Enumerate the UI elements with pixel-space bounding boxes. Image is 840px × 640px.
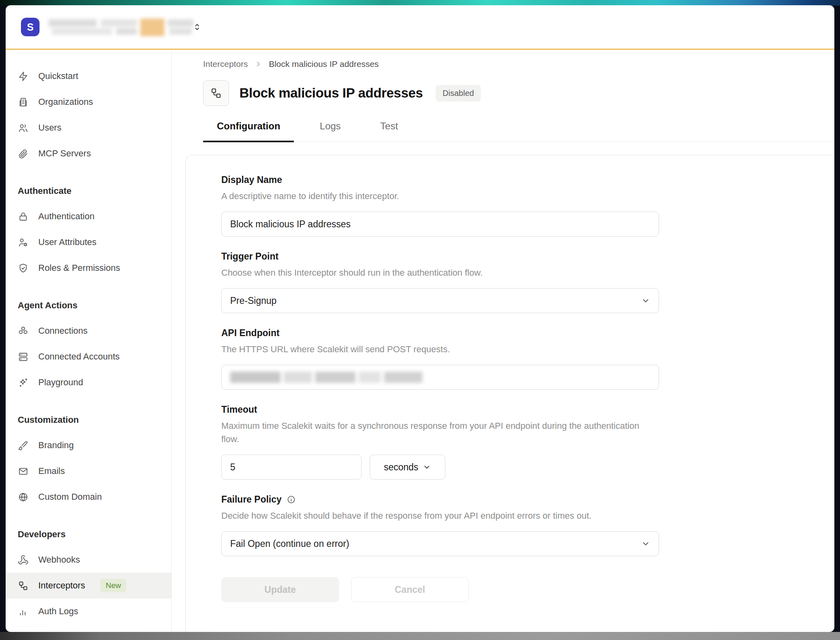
api-endpoint-label: API Endpoint xyxy=(221,328,822,339)
sidebar-item-webhooks[interactable]: Webhooks xyxy=(6,547,171,573)
stack-icon xyxy=(18,351,29,362)
chevron-down-icon xyxy=(422,463,431,472)
trigger-point-description: Choose when this Interceptor should run … xyxy=(221,266,659,279)
sidebar-item-label: Interceptors xyxy=(38,580,85,591)
sidebar-item-label: Emails xyxy=(38,466,65,476)
configuration-card: Display Name A descriptive name to ident… xyxy=(185,155,834,632)
sidebar-item-authentication[interactable]: Authentication xyxy=(6,204,171,229)
sidebar-item-label: User Attributes xyxy=(38,237,96,247)
chevron-right-icon xyxy=(254,60,262,68)
trigger-point-label: Trigger Point xyxy=(221,251,822,262)
sidebar-item-label: MCP Servers xyxy=(38,148,91,159)
display-name-label: Display Name xyxy=(221,175,822,185)
lock-icon xyxy=(18,211,29,222)
display-name-input[interactable] xyxy=(221,212,659,237)
status-badge: Disabled xyxy=(436,85,481,102)
sidebar-item-quickstart[interactable]: Quickstart xyxy=(6,63,171,89)
window-bottom-bar xyxy=(0,632,840,640)
tab-logs[interactable]: Logs xyxy=(306,121,354,141)
app-screen: S Quickstart Organizations Users xyxy=(0,0,840,640)
sidebar-item-branding[interactable]: Branding xyxy=(6,432,171,458)
sidebar-item-mcp-servers[interactable]: MCP Servers xyxy=(6,141,171,166)
sidebar-item-label: Webhooks xyxy=(38,555,80,565)
sidebar-item-emails[interactable]: Emails xyxy=(6,458,171,484)
failure-policy-select[interactable]: Fail Open (continue on error) xyxy=(221,531,659,556)
sidebar-item-organizations[interactable]: Organizations xyxy=(6,89,171,115)
timeout-unit-value: seconds xyxy=(384,462,418,473)
sidebar-item-interceptors[interactable]: Interceptors New xyxy=(6,573,171,598)
mail-icon xyxy=(18,466,29,477)
organization-icon xyxy=(18,97,29,108)
sidebar-item-label: Custom Domain xyxy=(38,492,102,502)
sidebar-item-label: Users xyxy=(38,123,61,133)
trigger-point-select[interactable]: Pre-Signup xyxy=(221,288,659,313)
sidebar-item-label: Connections xyxy=(38,326,87,336)
breadcrumb-current: Block malicious IP addresses xyxy=(269,59,379,69)
paperclip-icon xyxy=(18,148,29,159)
users-icon xyxy=(18,123,29,133)
sidebar-item-connected-accounts[interactable]: Connected Accounts xyxy=(6,344,171,370)
form-actions: Update Cancel xyxy=(221,577,822,602)
sidebar-item-user-attributes[interactable]: User Attributes xyxy=(6,229,171,255)
sidebar-section-agent-actions: Agent Actions xyxy=(6,293,171,318)
sidebar-item-roles-permissions[interactable]: Roles & Permissions xyxy=(6,255,171,281)
shield-check-icon xyxy=(18,263,29,274)
interceptor-icon xyxy=(210,87,222,99)
tab-configuration[interactable]: Configuration xyxy=(203,121,294,141)
sidebar-item-label: Roles & Permissions xyxy=(38,263,120,273)
window-top-gradient xyxy=(0,0,840,6)
timeout-unit-select[interactable]: seconds xyxy=(370,455,445,480)
trigger-point-value: Pre-Signup xyxy=(230,295,277,306)
failure-policy-value: Fail Open (continue on error) xyxy=(230,538,349,549)
trigger-point-section: Trigger Point Choose when this Intercept… xyxy=(221,251,822,313)
sidebar-nav: Quickstart Organizations Users MCP Serve… xyxy=(6,63,171,632)
sidebar-item-label: Quickstart xyxy=(38,71,78,81)
tab-bar: ConfigurationLogsTest xyxy=(203,121,834,142)
sidebar-section-authenticate: Authenticate xyxy=(6,179,171,204)
workspace-logo[interactable]: S xyxy=(21,18,40,36)
failure-policy-description: Decide how Scalekit should behave if the… xyxy=(221,509,659,522)
app-header: S xyxy=(6,5,834,50)
api-endpoint-input[interactable] xyxy=(221,365,659,390)
chevron-down-icon xyxy=(641,296,651,305)
workspace-name-redacted[interactable] xyxy=(48,19,184,35)
api-endpoint-section: API Endpoint The HTTPS URL where Scaleki… xyxy=(221,328,822,390)
sidebar-item-label: Auth Logs xyxy=(38,606,78,617)
timeout-section: Timeout Maximum time Scalekit waits for … xyxy=(221,404,822,480)
info-icon[interactable] xyxy=(287,495,296,504)
page-title-row: Block malicious IP addresses Disabled xyxy=(203,80,834,106)
timeout-label: Timeout xyxy=(221,404,822,415)
tab-test[interactable]: Test xyxy=(366,121,412,141)
sidebar-item-settings[interactable]: Settings xyxy=(6,624,171,632)
sidebar-item-users[interactable]: Users xyxy=(6,115,171,141)
timeout-description: Maximum time Scalekit waits for a synchr… xyxy=(221,419,659,446)
sidebar-item-connections[interactable]: Connections xyxy=(6,318,171,344)
user-gear-icon xyxy=(18,237,29,248)
timeout-input[interactable] xyxy=(221,455,362,480)
sidebar-section-customization: Customization xyxy=(6,407,171,432)
globe-icon xyxy=(18,492,29,503)
sidebar-item-playground[interactable]: Playground xyxy=(6,370,171,395)
sidebar-item-auth-logs[interactable]: Auth Logs xyxy=(6,598,171,624)
sidebar-section-developers: Developers xyxy=(6,522,171,547)
cubes-icon xyxy=(18,326,29,337)
sidebar: Quickstart Organizations Users MCP Serve… xyxy=(6,50,172,632)
breadcrumb-interceptors[interactable]: Interceptors xyxy=(203,59,248,69)
api-endpoint-value-redacted xyxy=(230,365,422,390)
page-title: Block malicious IP addresses xyxy=(239,85,423,101)
display-name-description: A descriptive name to identify this inte… xyxy=(221,189,659,203)
cancel-button[interactable]: Cancel xyxy=(351,577,469,602)
sidebar-item-label: Organizations xyxy=(38,97,93,107)
failure-policy-label: Failure Policy xyxy=(221,494,282,505)
zap-icon xyxy=(18,71,29,82)
interceptor-icon-box xyxy=(203,80,229,106)
display-name-section: Display Name A descriptive name to ident… xyxy=(221,175,822,237)
chevron-down-icon xyxy=(641,539,651,549)
update-button[interactable]: Update xyxy=(221,577,339,602)
sparkles-icon xyxy=(18,377,29,388)
sidebar-item-custom-domain[interactable]: Custom Domain xyxy=(6,484,171,510)
failure-policy-section: Failure Policy Decide how Scalekit shoul… xyxy=(221,494,822,556)
bar-chart-icon xyxy=(18,606,29,617)
sidebar-item-label: Branding xyxy=(38,440,74,451)
main-content: Interceptors Block malicious IP addresse… xyxy=(172,50,834,632)
